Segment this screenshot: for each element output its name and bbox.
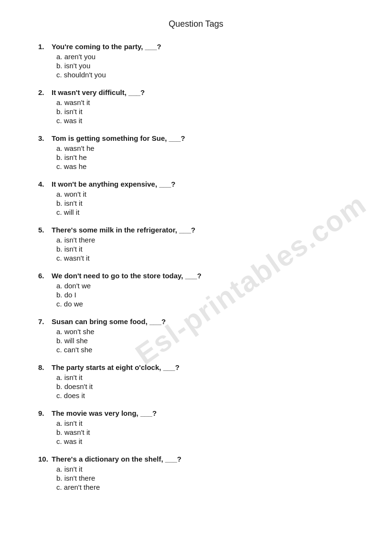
question-body: There's some milk in the refrigerator, _… [52,226,195,234]
question-item: 7.Susan can bring some food, ___?a. won'… [38,317,354,354]
question-item: 5.There's some milk in the refrigerator,… [38,226,354,262]
question-text: 2.It wasn't very difficult, ___? [38,88,354,96]
option-item: a. isn't it [56,373,354,381]
question-number: 6. [38,272,49,280]
option-item: a. don't we [56,282,354,290]
option-item: c. was it [56,437,354,445]
option-item: c. wasn't it [56,254,354,262]
options-list: a. don't web. do Ic. do we [56,282,354,308]
option-item: c. does it [56,391,354,400]
option-item: a. isn't it [56,419,354,427]
question-number: 3. [38,134,49,142]
option-item: b. isn't he [56,153,354,161]
option-item: a. isn't there [56,236,354,244]
question-body: It wasn't very difficult, ___? [52,88,145,96]
option-item: b. do I [56,291,354,299]
option-item: b. wasn't it [56,428,354,436]
question-body: It won't be anything expensive, ___? [52,180,175,188]
option-item: c. was he [56,162,354,170]
question-item: 9.The movie was very long, ___?a. isn't … [38,409,354,445]
question-number: 5. [38,226,49,234]
option-item: c. was it [56,116,354,125]
option-item: a. won't it [56,190,354,198]
options-list: a. isn't itb. isn't therec. aren't there [56,465,354,491]
question-text: 4.It won't be anything expensive, ___? [38,180,354,188]
options-list: a. isn't thereb. isn't itc. wasn't it [56,236,354,262]
options-list: a. aren't youb. isn't youc. shouldn't yo… [56,53,354,79]
option-item: c. do we [56,300,354,308]
options-list: a. wasn't itb. isn't itc. was it [56,98,354,125]
question-number: 4. [38,180,49,188]
questions-list: 1.You're coming to the party, ___?a. are… [38,42,354,491]
option-item: a. isn't it [56,465,354,473]
question-text: 5.There's some milk in the refrigerator,… [38,226,354,234]
question-text: 6.We don't need to go to the store today… [38,272,354,280]
question-item: 1.You're coming to the party, ___?a. are… [38,42,354,79]
question-body: Susan can bring some food, ___? [52,317,166,326]
option-item: b. isn't it [56,245,354,253]
page-title: Question Tags [38,19,354,29]
options-list: a. wasn't heb. isn't hec. was he [56,144,354,170]
question-text: 3.Tom is getting something for Sue, ___? [38,134,354,142]
question-item: 2.It wasn't very difficult, ___?a. wasn'… [38,88,354,125]
option-item: b. isn't there [56,474,354,482]
question-text: 9.The movie was very long, ___? [38,409,354,417]
option-item: a. won't she [56,327,354,336]
option-item: a. wasn't he [56,144,354,152]
options-list: a. isn't itb. doesn't itc. does it [56,373,354,400]
question-text: 8.The party starts at eight o'clock, ___… [38,363,354,371]
option-item: b. isn't it [56,199,354,207]
question-body: Tom is getting something for Sue, ___? [52,134,185,142]
options-list: a. won't sheb. will shec. can't she [56,327,354,354]
question-number: 9. [38,409,49,417]
option-item: c. shouldn't you [56,71,354,79]
option-item: c. will it [56,208,354,216]
option-item: b. doesn't it [56,382,354,390]
options-list: a. isn't itb. wasn't itc. was it [56,419,354,445]
question-number: 7. [38,317,49,326]
option-item: a. wasn't it [56,98,354,106]
question-item: 6.We don't need to go to the store today… [38,272,354,308]
question-body: The party starts at eight o'clock, ___? [52,363,180,371]
question-text: 10.There's a dictionary on the shelf, __… [38,455,354,463]
option-item: b. will she [56,337,354,345]
question-body: There's a dictionary on the shelf, ___? [52,455,181,463]
option-item: c. can't she [56,346,354,354]
options-list: a. won't itb. isn't itc. will it [56,190,354,216]
question-number: 2. [38,88,49,96]
option-item: b. isn't it [56,107,354,116]
question-item: 4.It won't be anything expensive, ___?a.… [38,180,354,216]
question-number: 10. [38,455,49,463]
question-text: 7.Susan can bring some food, ___? [38,317,354,326]
option-item: b. isn't you [56,62,354,70]
question-item: 10.There's a dictionary on the shelf, __… [38,455,354,491]
option-item: a. aren't you [56,53,354,61]
option-item: c. aren't there [56,483,354,491]
question-item: 8.The party starts at eight o'clock, ___… [38,363,354,400]
question-body: You're coming to the party, ___? [52,42,161,51]
question-number: 8. [38,363,49,371]
question-item: 3.Tom is getting something for Sue, ___?… [38,134,354,170]
question-text: 1.You're coming to the party, ___? [38,42,354,51]
question-number: 1. [38,42,49,51]
question-body: The movie was very long, ___? [52,409,157,417]
question-body: We don't need to go to the store today, … [52,272,201,280]
